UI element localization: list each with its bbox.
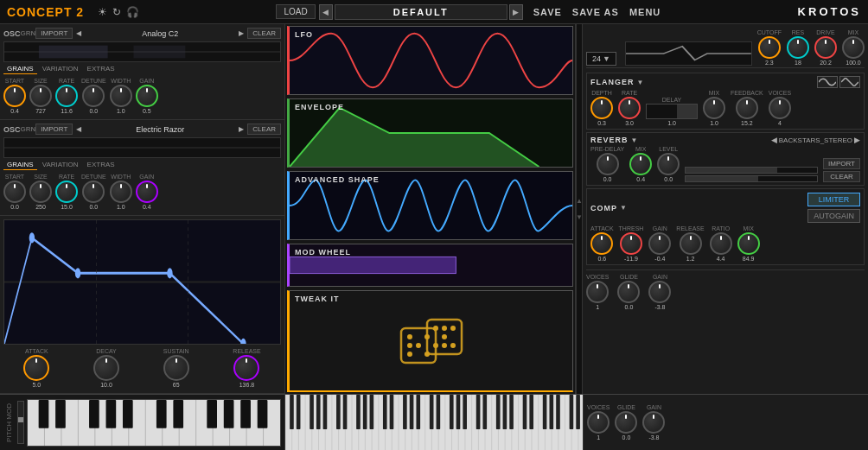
flanger-wave2-button[interactable] (839, 76, 860, 88)
osc1-import-button[interactable]: IMPORT (35, 28, 73, 39)
freq-dropdown-arrow[interactable]: ▼ (603, 54, 610, 63)
svg-rect-19 (290, 257, 456, 273)
res-group: RES 18 (787, 29, 809, 66)
osc1-detune-knob[interactable] (82, 85, 105, 107)
svg-rect-56 (123, 400, 133, 428)
res-knob[interactable] (787, 36, 809, 59)
osc2-next-arrow[interactable]: ▶ (239, 125, 244, 133)
osc2-size-knob[interactable] (29, 181, 52, 203)
comp-gain-knob[interactable] (648, 232, 671, 255)
svg-rect-133 (509, 395, 514, 429)
flanger-voices-knob[interactable] (769, 97, 791, 119)
reverb-predelay-knob[interactable] (597, 153, 619, 175)
osc2-variation-tab[interactable]: VARIATION (39, 160, 82, 170)
reverb-preset-next-arrow[interactable]: ▶ (854, 136, 860, 144)
osc1-prev-arrow[interactable]: ◀ (76, 29, 81, 37)
comp-attack-knob[interactable] (590, 232, 613, 255)
reverb-level-slider2[interactable] (685, 175, 818, 182)
gain-knob[interactable] (648, 281, 671, 303)
drive-knob[interactable] (814, 36, 837, 59)
osc2-detune-knob[interactable] (82, 181, 105, 203)
keyboard-area: PITCH MOD (0, 394, 868, 450)
osc1-rate-knob[interactable] (55, 85, 78, 107)
kb-voices-knob[interactable] (587, 411, 610, 434)
comp-mix-knob[interactable] (737, 232, 760, 255)
reverb-clear-button[interactable]: CLEAR (823, 171, 860, 182)
filter-mix-knob[interactable] (842, 36, 865, 59)
cutoff-knob[interactable] (758, 36, 781, 59)
kb-gain-knob[interactable] (642, 411, 665, 434)
reverb-dropdown-arrow[interactable]: ▼ (631, 136, 638, 144)
comp-release-knob[interactable] (680, 232, 702, 255)
loop-icon[interactable]: ↻ (112, 6, 121, 18)
osc2-size-val: 250 (35, 204, 46, 210)
reverb-import-button[interactable]: IMPORT (823, 158, 860, 169)
reverb-level-knob[interactable] (657, 153, 680, 175)
flanger-delay-slider[interactable] (646, 104, 698, 119)
comp-dropdown-arrow[interactable]: ▼ (620, 204, 627, 212)
osc1-grains-tab[interactable]: GRAINS (3, 64, 37, 74)
preset-prev-arrow[interactable]: ◀ (319, 4, 333, 20)
pitch-slider[interactable] (17, 401, 24, 444)
glide-knob[interactable] (617, 281, 640, 303)
save-as-button[interactable]: SAVE AS (572, 7, 619, 17)
reverb-knobs: PRE-DELAY 0.0 MIX 0.4 LEVEL 0.0 (590, 146, 860, 182)
flanger-wave-button[interactable] (817, 76, 838, 88)
osc1-extras-tab[interactable]: EXTRAS (84, 64, 118, 74)
autogain-button[interactable]: AUTOGAIN (807, 209, 860, 223)
comp-ratio-knob[interactable] (710, 232, 732, 255)
osc2-grains-tab[interactable]: GRAINS (3, 160, 37, 170)
osc2-prev-arrow[interactable]: ◀ (76, 125, 81, 133)
osc2-extras-tab[interactable]: EXTRAS (84, 160, 118, 170)
osc2-rate-knob[interactable] (55, 181, 78, 203)
osc2-import-button[interactable]: IMPORT (35, 124, 73, 135)
limiter-button[interactable]: LIMITER (807, 193, 860, 206)
adsr-attack-knob[interactable] (23, 355, 49, 381)
save-button[interactable]: SAVE (533, 7, 562, 17)
adsr-attack-label: ATTACK (25, 348, 48, 354)
flanger-mix-knob[interactable] (703, 97, 725, 119)
osc2-section: OSC GRN IMPORT ◀ Electric Razor ▶ CLEAR (0, 120, 284, 216)
voices-knob[interactable] (586, 281, 609, 303)
comp-thresh-knob[interactable] (620, 232, 642, 255)
osc2-gain-knob[interactable] (136, 181, 158, 203)
osc1-width-knob[interactable] (110, 85, 132, 107)
osc2-detune-label: DETUNE (81, 174, 106, 180)
osc1-size-label: SIZE (34, 78, 48, 84)
reverb-mix-knob[interactable] (629, 153, 652, 175)
load-button[interactable]: LOAD (276, 4, 315, 19)
osc2-start-knob[interactable] (3, 181, 26, 203)
osc1-variation-tab[interactable]: VARIATION (39, 64, 82, 74)
osc2-gain-label: GAIN (139, 174, 154, 180)
kb-glide-knob[interactable] (615, 411, 637, 434)
flanger-rate-knob[interactable] (618, 97, 641, 119)
osc1-start-knob[interactable] (3, 85, 26, 107)
osc1-gain-knob[interactable] (136, 85, 158, 107)
reverb-preset-prev-arrow[interactable]: ◀ (771, 136, 777, 144)
scroll-down-arrow[interactable]: ▼ (576, 213, 583, 221)
preset-next-arrow[interactable]: ▶ (509, 4, 523, 20)
adsr-release-knob[interactable] (233, 355, 259, 381)
adsr-knob-row: ATTACK 5.0 DECAY 10.0 SUSTAIN 65 (3, 346, 281, 390)
flanger-depth-val: 0.3 (597, 120, 606, 126)
svg-rect-114 (336, 395, 341, 429)
svg-point-23 (416, 343, 421, 348)
sun-icon[interactable]: ☀ (98, 6, 107, 18)
osc1-size-knob[interactable] (29, 85, 52, 107)
flanger-depth-knob[interactable] (590, 97, 613, 119)
osc2-width-knob[interactable] (110, 181, 132, 203)
menu-button[interactable]: MENU (629, 7, 661, 17)
osc2-clear-button[interactable]: CLEAR (247, 124, 281, 135)
reverb-level-slider1[interactable] (685, 167, 818, 174)
flanger-dropdown-arrow[interactable]: ▼ (637, 79, 644, 86)
osc1-clear-button[interactable]: CLEAR (247, 28, 281, 39)
filter-curve-display (625, 41, 752, 66)
scroll-up-arrow[interactable]: ▲ (576, 197, 583, 205)
headphone-icon[interactable]: 🎧 (126, 6, 139, 18)
flanger-feedback-knob[interactable] (736, 97, 758, 119)
kb-gain-group: GAIN -3.8 (642, 404, 665, 440)
osc1-label: OSC (3, 29, 21, 38)
adsr-decay-knob[interactable] (93, 355, 119, 381)
adsr-sustain-knob[interactable] (163, 355, 189, 381)
osc1-next-arrow[interactable]: ▶ (239, 29, 244, 37)
